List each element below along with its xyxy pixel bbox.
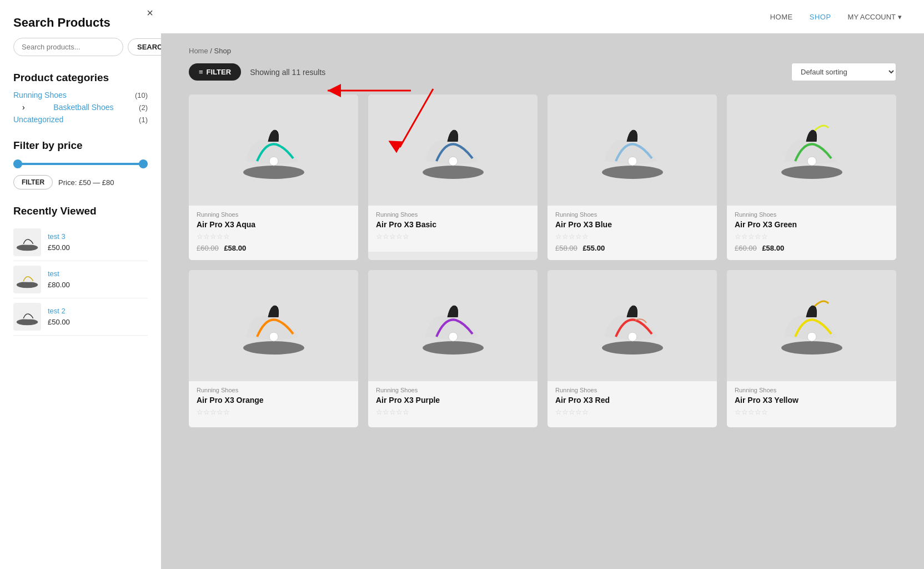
product-card[interactable]: Running Shoes Air Pro X3 Red ☆☆☆☆☆: [548, 270, 717, 427]
recently-viewed-title: Recently Viewed: [13, 205, 148, 217]
breadcrumb-shop: Shop: [214, 47, 231, 55]
product-info: Running Shoes Air Pro X3 Yellow ☆☆☆☆☆: [727, 381, 896, 427]
product-card[interactable]: Running Shoes Air Pro X3 Orange ☆☆☆☆☆: [189, 270, 358, 427]
product-rating: ☆☆☆☆☆: [735, 232, 888, 241]
product-thumbnail: [13, 228, 41, 256]
product-name: Air Pro X3 Green: [735, 220, 888, 229]
filter-button[interactable]: ≡ FILTER: [189, 63, 241, 81]
rv-product-link[interactable]: test 3: [48, 232, 70, 241]
svg-point-22: [807, 332, 816, 341]
close-button[interactable]: ×: [147, 7, 153, 19]
price-slider[interactable]: [13, 158, 148, 169]
shop-toolbar: ≡ FILTER Showing all 11 results Default …: [189, 63, 896, 81]
product-name: Air Pro X3 Aqua: [197, 220, 350, 229]
product-image: [727, 270, 896, 381]
svg-point-8: [269, 157, 278, 166]
product-rating: ☆☆☆☆☆: [197, 408, 350, 416]
rv-price: £50.00: [48, 318, 70, 326]
slider-thumb-left[interactable]: [13, 159, 22, 168]
svg-point-12: [628, 157, 637, 166]
svg-point-19: [602, 341, 663, 355]
product-category: Running Shoes: [735, 211, 888, 218]
product-card[interactable]: Running Shoes Air Pro X3 Yellow ☆☆☆☆☆: [727, 270, 896, 427]
search-input[interactable]: [13, 38, 123, 56]
recently-viewed-section: Recently Viewed test 3 £50.00: [13, 205, 148, 336]
list-item: Running Shoes (10): [13, 91, 148, 99]
product-card[interactable]: Running Shoes Air Pro X3 Purple ☆☆☆☆☆: [368, 270, 538, 427]
category-link-running[interactable]: Running Shoes: [13, 91, 67, 99]
svg-point-21: [781, 341, 842, 355]
rv-product-link[interactable]: test 2: [48, 307, 70, 315]
product-name: Air Pro X3 Red: [555, 396, 709, 405]
svg-point-18: [449, 332, 458, 341]
category-link-basketball[interactable]: Basketball Shoes: [53, 103, 113, 112]
slider-track: [13, 163, 148, 165]
original-price: £60.00: [197, 244, 219, 252]
product-name: Air Pro X3 Blue: [555, 220, 709, 229]
category-link-uncategorized[interactable]: Uncategorized: [13, 115, 63, 124]
sort-select[interactable]: Default sorting Sort by price: low to hi…: [791, 63, 896, 81]
top-nav: HOME SHOP MY ACCOUNT ▾: [161, 0, 924, 33]
product-category: Running Shoes: [376, 211, 530, 218]
rv-product-link[interactable]: test: [48, 269, 70, 278]
categories-title: Product categories: [13, 72, 148, 84]
product-name: Air Pro X3 Orange: [197, 396, 350, 405]
product-card[interactable]: Running Shoes Air Pro X3 Aqua ☆☆☆☆☆ £60.…: [189, 94, 358, 260]
product-category: Running Shoes: [555, 211, 709, 218]
price-filter-button[interactable]: FILTER: [13, 175, 53, 189]
svg-point-9: [423, 166, 484, 179]
product-card[interactable]: Running Shoes Air Pro X3 Blue ☆☆☆☆☆ £58.…: [548, 94, 717, 260]
product-image: [548, 270, 717, 381]
showing-results-text: Showing all 11 results: [250, 68, 782, 77]
original-price: £60.00: [735, 244, 757, 252]
product-rating: ☆☆☆☆☆: [376, 232, 530, 241]
filter-icon: ≡: [199, 68, 203, 76]
breadcrumb-home[interactable]: Home: [189, 47, 208, 55]
svg-point-17: [423, 341, 484, 355]
svg-point-13: [781, 166, 842, 179]
product-rating: ☆☆☆☆☆: [555, 232, 709, 241]
product-card[interactable]: Running Shoes Air Pro X3 Basic ☆☆☆☆☆: [368, 94, 538, 260]
sidebar: × Search Products SEARCH Product categor…: [0, 0, 161, 569]
product-image: [548, 94, 717, 206]
rv-info: test 3 £50.00: [48, 232, 70, 252]
slider-thumb-right[interactable]: [139, 159, 148, 168]
nav-home[interactable]: HOME: [770, 13, 793, 21]
product-name: Air Pro X3 Purple: [376, 396, 530, 405]
list-item: › Basketball Shoes (2): [13, 103, 148, 112]
product-rating: ☆☆☆☆☆: [735, 408, 888, 416]
recently-viewed-list: test 3 £50.00 test £80.00: [13, 224, 148, 336]
category-list: Running Shoes (10) › Basketball Shoes (2…: [13, 91, 148, 124]
rv-price: £50.00: [48, 243, 70, 252]
product-card[interactable]: Running Shoes Air Pro X3 Green ☆☆☆☆☆ £60…: [727, 94, 896, 260]
product-price: £60.00 £58.00: [735, 244, 888, 252]
sidebar-search-title: Search Products: [13, 16, 148, 30]
product-rating: ☆☆☆☆☆: [197, 232, 350, 241]
price-label: Price: £50 — £80: [58, 178, 114, 187]
list-item: Uncategorized (1): [13, 115, 148, 124]
product-info: Running Shoes Air Pro X3 Purple ☆☆☆☆☆: [368, 381, 538, 427]
svg-point-1: [17, 282, 38, 288]
product-category: Running Shoes: [197, 387, 350, 393]
nav-shop[interactable]: SHOP: [810, 13, 831, 21]
product-info: Running Shoes Air Pro X3 Basic ☆☆☆☆☆: [368, 206, 538, 252]
list-item: test 3 £50.00: [13, 224, 148, 261]
rv-info: test 2 £50.00: [48, 307, 70, 327]
list-item: test 2 £50.00: [13, 298, 148, 336]
svg-point-11: [602, 166, 663, 179]
search-button[interactable]: SEARCH: [128, 38, 161, 56]
product-info: Running Shoes Air Pro X3 Red ☆☆☆☆☆: [548, 381, 717, 427]
product-info: Running Shoes Air Pro X3 Blue ☆☆☆☆☆ £58.…: [548, 206, 717, 260]
product-info: Running Shoes Air Pro X3 Aqua ☆☆☆☆☆ £60.…: [189, 206, 358, 260]
product-category: Running Shoes: [376, 387, 530, 393]
svg-point-10: [449, 157, 458, 166]
product-price: £58.00 £55.00: [555, 244, 709, 252]
nav-account[interactable]: MY ACCOUNT ▾: [848, 13, 902, 21]
list-item: test £80.00: [13, 261, 148, 298]
original-price: £58.00: [555, 244, 578, 252]
filter-btn-label: FILTER: [207, 68, 232, 76]
search-row: SEARCH: [13, 38, 148, 56]
product-name: Air Pro X3 Basic: [376, 220, 530, 229]
product-rating: ☆☆☆☆☆: [376, 408, 530, 416]
product-info: Running Shoes Air Pro X3 Orange ☆☆☆☆☆: [189, 381, 358, 427]
